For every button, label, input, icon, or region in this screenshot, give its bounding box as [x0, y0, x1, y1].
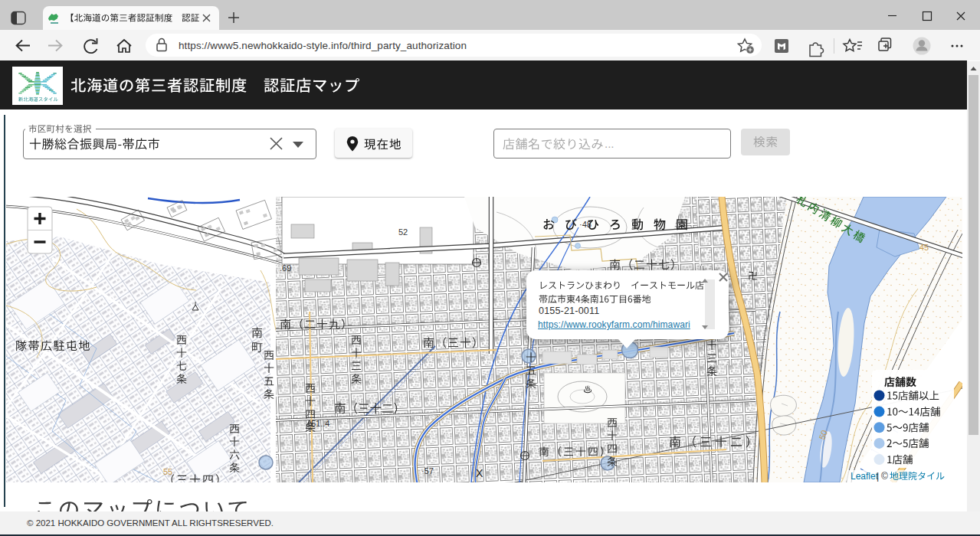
- svg-text:45: 45: [919, 243, 929, 252]
- svg-text:|: |: [877, 471, 879, 482]
- svg-text:© 2021 HOKKAIDO GOVERNMENT ALL: © 2021 HOKKAIDO GOVERNMENT ALL RIGHTSRES…: [27, 518, 274, 528]
- svg-text:.69: .69: [280, 263, 291, 273]
- svg-text:X: X: [476, 467, 483, 479]
- svg-text:Leaflet: Leaflet: [851, 471, 879, 482]
- svg-text:·48: ·48: [579, 220, 592, 229]
- svg-text:52: 52: [398, 227, 408, 237]
- svg-text:·57: ·57: [421, 466, 434, 476]
- svg-text:©: ©: [881, 471, 888, 482]
- svg-text:51..4: 51..4: [311, 419, 329, 428]
- svg-text:55: 55: [163, 467, 172, 476]
